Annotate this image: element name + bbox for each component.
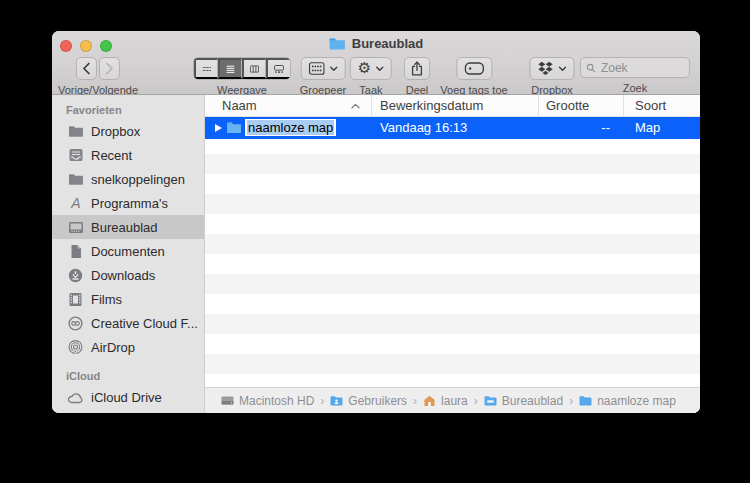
list-view-icon [226,63,235,75]
creative-cloud-icon [67,316,84,331]
column-header-name[interactable]: Naam [222,98,257,113]
path-item-laura[interactable]: laura [423,394,468,408]
search-input[interactable] [599,60,684,76]
column-divider[interactable] [538,95,539,116]
column-view-segment[interactable] [242,58,266,79]
view-segmented-control [193,57,291,80]
list-view-segment[interactable] [218,58,242,79]
sidebar-favorites-header: Favorieten [52,101,204,119]
chevron-right-icon [105,62,114,75]
add-tags-button[interactable] [456,57,492,80]
path-separator: › [320,394,324,408]
sidebar-icloud-header: iCloud [52,367,204,385]
filename-selected-text: naamloze map [247,120,334,135]
cell-size: -- [601,120,610,135]
folder-icon [226,121,242,134]
filename-edit-field[interactable]: naamloze map [245,119,336,136]
forward-button[interactable] [99,57,120,80]
cell-kind: Map [635,120,660,135]
action-button[interactable]: ⚙ [350,57,392,80]
path-item-naamloze-map[interactable]: naamloze map [579,394,676,408]
sidebar-item-dropbox[interactable]: Dropbox [52,119,204,143]
sidebar-section-gap [52,359,204,367]
chevron-down-icon [376,66,384,72]
path-separator: › [413,394,417,408]
folder-icon [67,172,84,186]
folder-icon [67,124,84,138]
icon-view-icon [202,63,211,75]
file-list[interactable]: naamloze map Vandaag 16:13 -- Map [205,117,700,387]
view-group: Weergave [193,57,291,96]
applications-icon: A [67,196,84,211]
chevron-down-icon [329,66,337,72]
folder-icon [579,395,592,406]
path-item-label: Bureaublad [502,394,563,408]
sidebar-item-label: Documenten [91,244,165,259]
sidebar-item-icloud-drive[interactable]: iCloud Drive [52,385,204,409]
chevron-left-icon [82,62,91,75]
column-header-size[interactable]: Grootte [546,98,589,113]
cloud-icon [67,391,84,404]
path-item-label: naamloze map [597,394,676,408]
sidebar-item-creative-cloud[interactable]: Creative Cloud F... [52,311,204,335]
users-folder-icon [330,395,343,406]
icon-view-segment[interactable] [194,58,218,79]
sidebar-item-label: Recent [91,148,132,163]
column-header-modified[interactable]: Bewerkingsdatum [380,98,483,113]
sidebar-item-downloads[interactable]: Downloads [52,263,204,287]
file-list-pane: Naam Bewerkingsdatum Grootte Soort naaml… [205,95,700,413]
column-header-kind[interactable]: Soort [635,98,666,113]
gallery-view-segment[interactable] [266,58,290,79]
svg-text:A: A [70,196,80,211]
airdrop-icon [67,340,84,355]
selected-file-row[interactable]: naamloze map Vandaag 16:13 -- Map [205,117,700,139]
column-divider[interactable] [371,95,372,116]
sidebar-item-airdrop[interactable]: AirDrop [52,335,204,359]
path-item-macintosh-hd[interactable]: Macintosh HD [221,394,314,408]
hard-drive-icon [221,395,234,406]
screenshot-stage: Bureaublad Vorige/Volgende [0,0,750,483]
sidebar-item-label: Films [91,292,122,307]
document-icon [67,244,84,259]
share-button[interactable] [404,57,430,80]
group-grid-icon [308,62,324,75]
sort-ascending-icon [351,103,360,109]
minimize-button[interactable] [80,40,92,52]
tags-group: Voeg tags toe [440,57,507,96]
sidebar-item-recent[interactable]: Recent [52,143,204,167]
home-icon [423,395,436,407]
window-title: Bureaublad [352,36,424,51]
folder-icon [484,395,497,406]
close-button[interactable] [60,40,72,52]
zoom-button[interactable] [100,40,112,52]
dropbox-button[interactable] [530,57,575,80]
action-group: ⚙ Taak [350,57,392,96]
sidebar-item-films[interactable]: Films [52,287,204,311]
sidebar-item-bureaublad[interactable]: Bureaublad [52,215,204,239]
folder-icon [329,37,346,50]
sidebar-item-label: snelkoppelingen [91,172,185,187]
sidebar-item-programmas[interactable]: A Programma's [52,191,204,215]
path-item-gebruikers[interactable]: Gebruikers [330,394,407,408]
downloads-icon [67,268,84,283]
search-field[interactable] [580,57,690,78]
group-button[interactable] [300,57,345,80]
sidebar-item-label: Bureaublad [91,220,158,235]
chevron-down-icon [559,66,567,72]
group-group: Groepeer [300,57,346,96]
sidebar-item-label: Programma's [91,196,168,211]
path-item-bureaublad[interactable]: Bureaublad [484,394,563,408]
column-divider[interactable] [623,95,624,116]
disclosure-triangle-icon[interactable] [215,124,222,132]
search-label: Zoek [623,82,647,94]
share-group: Deel [404,57,430,96]
path-item-label: Gebruikers [348,394,407,408]
path-separator: › [569,394,573,408]
tag-icon [464,62,484,75]
back-button[interactable] [76,57,97,80]
sidebar-item-documenten[interactable]: Documenten [52,239,204,263]
sidebar-item-snelkoppelingen[interactable]: snelkoppelingen [52,167,204,191]
sidebar-item-label: Creative Cloud F... [91,316,198,331]
sidebar-item-label: Downloads [91,268,155,283]
nav-group: Vorige/Volgende [58,57,138,96]
